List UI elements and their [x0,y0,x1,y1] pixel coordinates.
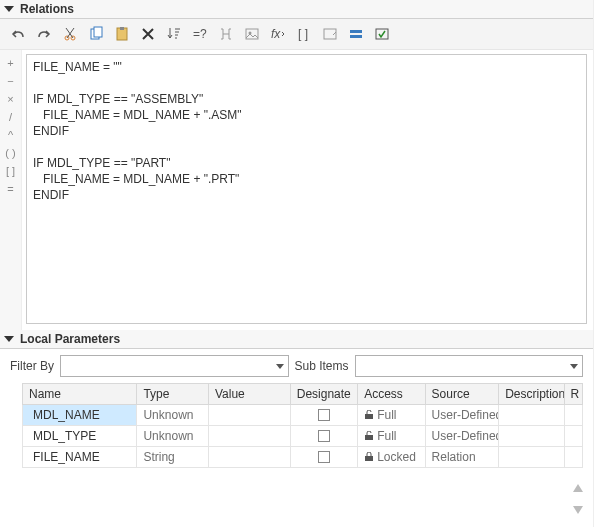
svg-rect-3 [94,27,102,37]
op-parens[interactable]: ( ) [5,146,15,160]
cell-source[interactable]: Relation [425,447,499,468]
copy-button[interactable] [84,23,108,45]
collapse-icon [4,336,14,342]
col-source[interactable]: Source [425,384,499,405]
cell-access[interactable]: Full [358,405,425,426]
local-parameters-panel: Local Parameters Filter By Sub Items Nam… [0,330,593,472]
brackets-button[interactable]: [ ] [292,23,316,45]
collapse-icon [4,6,14,12]
move-up-button[interactable] [569,479,587,497]
cell-extra[interactable] [564,447,582,468]
cell-access[interactable]: Locked [358,447,425,468]
cell-name[interactable]: MDL_TYPE [23,426,137,447]
svg-text:fx: fx [271,27,281,41]
subitems-label: Sub Items [295,359,349,373]
checkbox-icon[interactable] [318,409,330,421]
cell-designate[interactable] [290,447,357,468]
col-value[interactable]: Value [208,384,290,405]
col-name[interactable]: Name [23,384,137,405]
svg-rect-16 [365,435,373,440]
cell-designate[interactable] [290,405,357,426]
op-plus[interactable]: + [7,56,13,70]
redo-button[interactable] [32,23,56,45]
cell-desc[interactable] [499,426,564,447]
table-row[interactable]: MDL_TYPEUnknownFullUser-Defined [23,426,583,447]
svg-rect-14 [376,29,388,39]
highlight-button[interactable] [344,23,368,45]
row-move-buttons [569,479,587,519]
col-type[interactable]: Type [137,384,209,405]
filter-by-combo[interactable] [60,355,288,377]
svg-text:[ ]: [ ] [298,27,308,41]
checkbox-icon[interactable] [318,430,330,442]
cell-access[interactable]: Full [358,426,425,447]
svg-text:=?: =? [193,27,207,41]
col-access[interactable]: Access [358,384,425,405]
op-power[interactable]: ^ [8,128,13,142]
svg-rect-12 [350,30,362,33]
subitems-combo[interactable] [355,355,583,377]
relations-toolbar: =? fx [ ] [0,19,593,50]
evaluate-button[interactable]: =? [188,23,212,45]
cell-source[interactable]: User-Defined [425,405,499,426]
chevron-down-icon [276,364,284,369]
cell-desc[interactable] [499,447,564,468]
insert-image-button[interactable] [240,23,264,45]
cell-type[interactable]: Unknown [137,405,209,426]
function-button[interactable]: fx [266,23,290,45]
local-params-title: Local Parameters [20,332,120,346]
sort-button[interactable] [162,23,186,45]
checkbox-icon[interactable] [318,451,330,463]
chevron-down-icon [570,364,578,369]
filter-row: Filter By Sub Items [0,349,593,383]
col-extra[interactable]: R [564,384,582,405]
undo-button[interactable] [6,23,30,45]
svg-rect-17 [365,456,373,461]
cell-extra[interactable] [564,405,582,426]
cell-value[interactable] [208,405,290,426]
cell-source[interactable]: User-Defined [425,426,499,447]
op-minus[interactable]: − [7,74,13,88]
svg-rect-13 [350,35,362,38]
operator-gutter: + − × / ^ ( ) [ ] = [0,50,22,330]
cell-desc[interactable] [499,405,564,426]
local-params-header[interactable]: Local Parameters [0,330,593,349]
verify-button[interactable] [318,23,342,45]
cell-type[interactable]: Unknown [137,426,209,447]
delete-button[interactable] [136,23,160,45]
cell-name[interactable]: MDL_NAME [23,405,137,426]
svg-rect-7 [246,29,258,39]
relations-header[interactable]: Relations [0,0,593,19]
cell-value[interactable] [208,447,290,468]
relations-title: Relations [20,2,74,16]
cell-name[interactable]: FILE_NAME [23,447,137,468]
filter-by-label: Filter By [10,359,54,373]
table-row[interactable]: FILE_NAMEStringLockedRelation [23,447,583,468]
cell-value[interactable] [208,426,290,447]
cell-designate[interactable] [290,426,357,447]
col-desc[interactable]: Description [499,384,564,405]
params-header-row: Name Type Value Designate Access Source … [23,384,583,405]
op-equals[interactable]: = [7,182,13,196]
cell-type[interactable]: String [137,447,209,468]
op-divide[interactable]: / [9,110,12,124]
params-table-wrap: Name Type Value Designate Access Source … [0,383,593,472]
relations-panel: Relations =? fx [ ] + − × / ^ ( ) [ ] = … [0,0,593,330]
cell-extra[interactable] [564,426,582,447]
op-times[interactable]: × [7,92,13,106]
move-down-button[interactable] [569,501,587,519]
svg-rect-5 [120,27,124,30]
col-designate[interactable]: Designate [290,384,357,405]
params-table: Name Type Value Designate Access Source … [22,383,583,468]
check-button[interactable] [370,23,394,45]
svg-rect-15 [365,414,373,419]
paste-button[interactable] [110,23,134,45]
relations-editor[interactable]: FILE_NAME = "" IF MDL_TYPE == "ASSEMBLY"… [26,54,587,324]
bracket-button[interactable] [214,23,238,45]
op-sqbr[interactable]: [ ] [6,164,15,178]
code-area: + − × / ^ ( ) [ ] = FILE_NAME = "" IF MD… [0,50,593,330]
table-row[interactable]: MDL_NAMEUnknownFullUser-Defined [23,405,583,426]
cut-button[interactable] [58,23,82,45]
